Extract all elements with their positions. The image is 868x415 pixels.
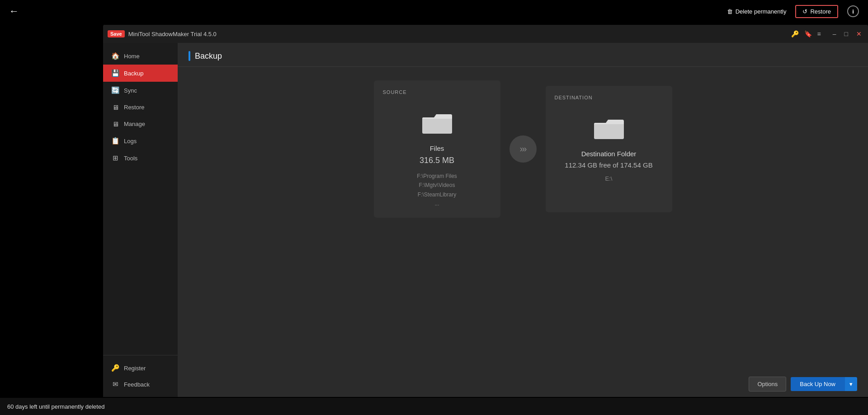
backup-cards: SOURCE Files 316.5 MB F:\Program Files F…	[189, 80, 857, 218]
app-window: Save MiniTool ShadowMaker Trial 4.5.0 🔑 …	[103, 25, 868, 397]
delete-permanently-button[interactable]: 🗑 Delete permanently	[727, 8, 787, 15]
restore-button[interactable]: ↺ Restore	[795, 5, 838, 18]
menu-icon[interactable]: ≡	[817, 30, 821, 37]
sidebar-item-backup[interactable]: 💾 Backup	[103, 65, 178, 82]
home-icon: 🏠	[111, 52, 119, 60]
sidebar-item-restore[interactable]: 🖥 Restore	[103, 99, 178, 116]
top-bar-right: 🗑 Delete permanently ↺ Restore i	[727, 5, 859, 18]
sidebar-label-home: Home	[124, 53, 140, 60]
sidebar-item-sync[interactable]: 🔄 Sync	[103, 82, 178, 99]
info-button[interactable]: i	[847, 5, 859, 17]
sidebar-bottom: 🔑 Register ✉ Feedback	[103, 355, 178, 397]
top-bar-left: ←	[9, 5, 19, 17]
save-badge: Save	[108, 30, 125, 37]
tools-icon: ⊞	[111, 154, 119, 162]
header-accent-bar	[189, 51, 190, 61]
source-folder-icon	[421, 108, 453, 137]
backup-icon: 💾	[111, 69, 119, 77]
sidebar-item-tools[interactable]: ⊞ Tools	[103, 149, 178, 167]
sidebar-item-register[interactable]: 🔑 Register	[103, 360, 178, 376]
sidebar-nav: 🏠 Home 💾 Backup 🔄 Sync 🖥 Restore 🖥	[103, 47, 178, 355]
source-name: Files	[430, 145, 444, 152]
sidebar-label-backup: Backup	[124, 70, 143, 77]
logs-icon: 📋	[111, 137, 119, 145]
sidebar-label-manage: Manage	[124, 121, 145, 127]
sidebar-label-tools: Tools	[124, 155, 137, 162]
action-bar: Options Back Up Now ▾	[178, 371, 868, 397]
window-controls: – □ ✕	[831, 29, 863, 38]
sidebar-label-logs: Logs	[124, 138, 137, 145]
destination-name: Destination Folder	[581, 150, 637, 158]
main-content: Backup SOURCE Files	[178, 43, 868, 397]
transfer-arrow: ›››	[509, 135, 537, 163]
backup-area: SOURCE Files 316.5 MB F:\Program Files F…	[178, 67, 868, 371]
arrow-icon: ›››	[520, 144, 526, 154]
source-label: SOURCE	[383, 89, 407, 95]
backup-now-button[interactable]: Back Up Now	[791, 377, 844, 391]
app-title: MiniTool ShadowMaker Trial 4.5.0	[128, 31, 217, 37]
status-text: 60 days left until permanently deleted	[7, 403, 104, 410]
restore-nav-icon: 🖥	[111, 103, 119, 111]
sidebar-item-feedback[interactable]: ✉ Feedback	[103, 376, 178, 392]
sync-icon: 🔄	[111, 86, 119, 94]
backup-now-wrap: Back Up Now ▾	[791, 377, 857, 391]
maximize-button[interactable]: □	[843, 29, 850, 38]
feedback-icon: ✉	[111, 380, 119, 388]
title-bar-left: Save MiniTool ShadowMaker Trial 4.5.0	[108, 30, 217, 37]
app-body: 🏠 Home 💾 Backup 🔄 Sync 🖥 Restore 🖥	[103, 43, 868, 397]
source-card[interactable]: SOURCE Files 316.5 MB F:\Program Files F…	[374, 80, 500, 218]
page-header: Backup	[178, 43, 868, 67]
source-size: 316.5 MB	[420, 156, 454, 165]
sidebar-item-manage[interactable]: 🖥 Manage	[103, 116, 178, 132]
backup-now-dropdown-button[interactable]: ▾	[844, 377, 857, 391]
bookmark-icon[interactable]: 🔖	[804, 30, 812, 37]
svg-rect-1	[594, 123, 624, 139]
sidebar: 🏠 Home 💾 Backup 🔄 Sync 🖥 Restore 🖥	[103, 43, 178, 397]
destination-free-space: 112.34 GB free of 174.54 GB	[565, 161, 652, 169]
delete-icon: 🗑	[727, 8, 733, 15]
destination-card[interactable]: DESTINATION Destination Folder 112.34 GB…	[546, 86, 672, 212]
minimize-button[interactable]: –	[831, 29, 838, 38]
key-icon[interactable]: 🔑	[791, 30, 799, 37]
source-paths: F:\Program Files F:\Mgtv\Videos F:\Steam…	[417, 172, 457, 209]
title-bar-right: 🔑 🔖 ≡ – □ ✕	[791, 29, 863, 38]
sidebar-label-register: Register	[124, 365, 146, 372]
close-button[interactable]: ✕	[854, 29, 863, 38]
sidebar-label-feedback: Feedback	[124, 381, 150, 388]
sidebar-item-logs[interactable]: 📋 Logs	[103, 132, 178, 149]
destination-path: E:\	[605, 175, 613, 182]
status-bar: 60 days left until permanently deleted	[0, 398, 868, 415]
manage-icon: 🖥	[111, 120, 119, 128]
title-bar: Save MiniTool ShadowMaker Trial 4.5.0 🔑 …	[103, 25, 868, 43]
options-button[interactable]: Options	[749, 377, 786, 392]
sidebar-label-sync: Sync	[124, 87, 137, 94]
sidebar-label-restore: Restore	[124, 104, 145, 111]
page-title: Backup	[195, 51, 222, 61]
top-bar: ← 🗑 Delete permanently ↺ Restore i	[0, 0, 868, 23]
destination-label: DESTINATION	[555, 95, 593, 100]
svg-rect-0	[422, 117, 452, 134]
destination-folder-icon	[593, 114, 625, 143]
back-button[interactable]: ←	[9, 5, 19, 17]
restore-icon: ↺	[802, 8, 807, 15]
sidebar-item-home[interactable]: 🏠 Home	[103, 47, 178, 65]
register-icon: 🔑	[111, 364, 119, 372]
